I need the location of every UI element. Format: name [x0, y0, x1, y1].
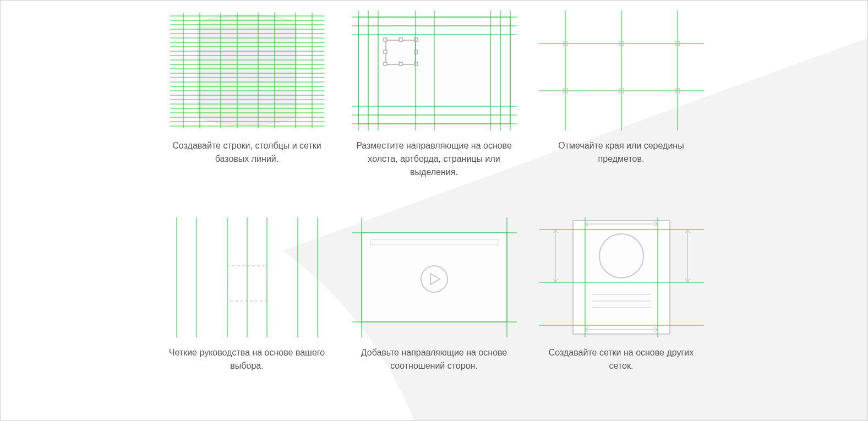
feature-card-aspect-ratio: Добавьте направляющие на основе соотноше… [352, 217, 517, 373]
svg-rect-39 [384, 38, 387, 41]
feature-illustration [352, 10, 517, 130]
feature-illustration [165, 10, 330, 130]
feature-caption: Четкие руководства на основе вашего выбо… [165, 346, 330, 373]
svg-rect-45 [399, 62, 402, 65]
feature-caption: Разместите направляющие на основе холста… [352, 139, 517, 179]
feature-grid: Создавайте строки, столбцы и сетки базов… [165, 1, 704, 373]
svg-rect-46 [414, 62, 418, 65]
svg-rect-43 [414, 50, 418, 53]
feature-card-guides-selection: Четкие руководства на основе вашего выбо… [165, 217, 330, 373]
feature-illustration [165, 217, 330, 337]
feature-illustration [539, 217, 704, 337]
feature-caption: Отмечайте края или середины предметов. [539, 139, 704, 166]
feature-caption: Добавьте направляющие на основе соотноше… [352, 346, 517, 373]
svg-rect-80 [362, 233, 507, 322]
feature-caption: Создавайте сетки на основе других сеток. [539, 346, 704, 373]
feature-card-rows-cols: Создавайте строки, столбцы и сетки базов… [165, 10, 330, 179]
feature-row-1: Создавайте строки, столбцы и сетки базов… [165, 10, 704, 179]
feature-caption: Создавайте строки, столбцы и сетки базов… [165, 139, 330, 166]
svg-rect-40 [399, 38, 402, 41]
feature-card-edges-midpoints: Отмечайте края или середины предметов. [539, 10, 704, 179]
feature-card-guides-canvas: Разместите направляющие на основе холста… [352, 10, 517, 179]
svg-rect-41 [414, 38, 418, 41]
feature-card-grids-from-grids: Создавайте сетки на основе других сеток. [539, 217, 704, 373]
feature-illustration [352, 217, 517, 337]
svg-rect-44 [384, 62, 387, 65]
svg-rect-42 [384, 50, 387, 53]
feature-illustration [539, 10, 704, 130]
feature-row-2: Четкие руководства на основе вашего выбо… [165, 217, 704, 373]
